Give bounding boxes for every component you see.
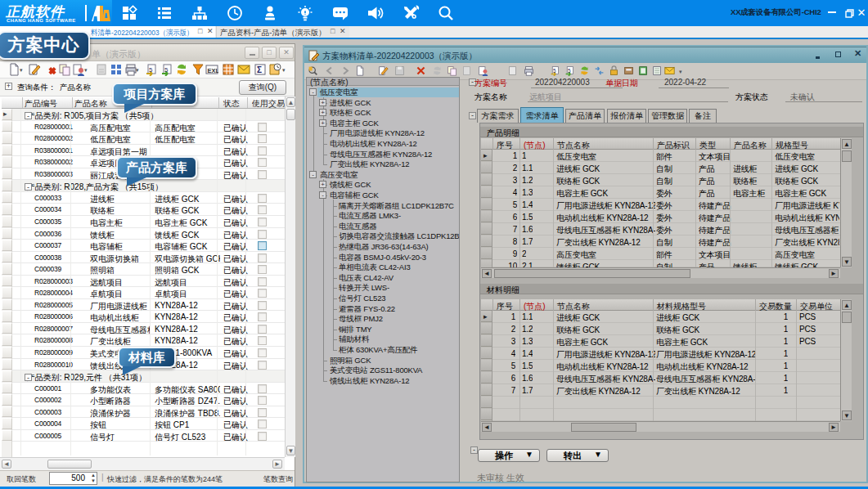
svg-text:5: 5 (164, 66, 169, 74)
svg-text:5: 5 (149, 66, 153, 74)
svg-text:5: 5 (553, 68, 556, 74)
svg-text:5: 5 (568, 68, 571, 74)
svg-text:Σ: Σ (257, 65, 262, 74)
svg-text:EXL: EXL (208, 67, 219, 74)
